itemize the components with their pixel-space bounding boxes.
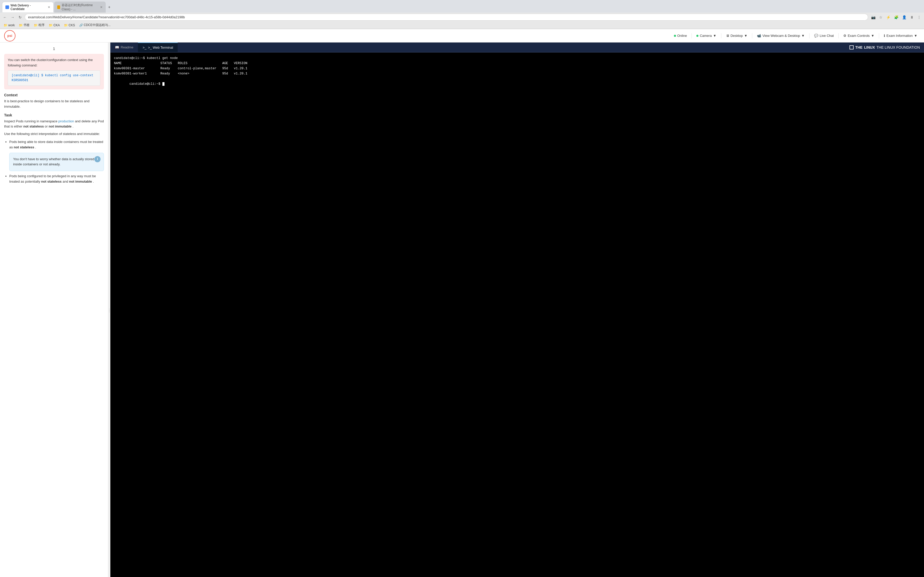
context-text: It is best-practice to design containers… bbox=[4, 99, 104, 110]
question-number: 1 bbox=[4, 47, 104, 51]
lightning-btn[interactable]: ⚡ bbox=[885, 14, 892, 20]
nav-camera[interactable]: Camera ▼ bbox=[694, 32, 719, 39]
tab-bar: Web Delivery - Candidate ✕ 容器运行时类(Runtim… bbox=[0, 0, 924, 13]
task-text-before: Inspect Pods running in namespace bbox=[4, 119, 58, 123]
pause-btn[interactable]: ⏸ bbox=[909, 14, 915, 20]
webcam-dropdown-icon: ▼ bbox=[801, 34, 804, 38]
examcontrols-dropdown-icon: ▼ bbox=[871, 34, 874, 38]
desktop-icon: 🖥 bbox=[726, 34, 729, 38]
reload-button[interactable]: ↻ bbox=[18, 14, 23, 20]
chat-icon: 💬 bbox=[814, 34, 818, 38]
screenshare-btn[interactable]: 📷 bbox=[870, 14, 877, 20]
nav-webcam[interactable]: 📹 View Webcam & Desktop ▼ bbox=[754, 32, 807, 39]
task-or: or bbox=[45, 124, 48, 128]
tab-close-2[interactable]: ✕ bbox=[100, 5, 103, 9]
menu-btn[interactable]: ⋮ bbox=[916, 14, 922, 20]
psi-logo: psi bbox=[4, 30, 16, 42]
bookmark-work[interactable]: 📁 work bbox=[2, 23, 16, 27]
examinfo-dropdown-icon: ▼ bbox=[914, 34, 917, 38]
app-header: psi Online Camera ▼ 🖥 Desktop ▼ 📹 View W… bbox=[0, 29, 924, 42]
back-button[interactable]: ← bbox=[2, 14, 8, 20]
address-bar: ← → ↻ 📷 ☆ ⚡ 🧩 👤 ⏸ ⋮ bbox=[0, 13, 924, 22]
tab-webterminal[interactable]: >_ >_ Web Terminal bbox=[138, 42, 178, 52]
terminal-line-4: ksmv00301-worker1 Ready <none> 95d v1.20… bbox=[114, 71, 921, 76]
lf-foundation: THE LINUX FOUNDATION bbox=[876, 45, 920, 50]
namespace-link[interactable]: production bbox=[58, 119, 74, 123]
bookmark-chengxu[interactable]: 📁 程序 bbox=[32, 23, 46, 28]
new-tab-button[interactable]: + bbox=[106, 4, 112, 10]
camera-status-dot bbox=[696, 35, 698, 37]
bullet1-after: . bbox=[35, 145, 36, 149]
tab-inactive[interactable]: 容器运行时类(Runtime Class) - ... ✕ bbox=[54, 2, 106, 13]
tab-close-1[interactable]: ✕ bbox=[48, 5, 50, 9]
right-panel: 📖 Readme >_ >_ Web Terminal THE LINUX TH… bbox=[110, 42, 924, 577]
profile-btn[interactable]: 👤 bbox=[901, 14, 908, 20]
bookmark-folder-icon-2: 📁 bbox=[19, 23, 23, 27]
bookmark-cks[interactable]: 📁 CKS bbox=[62, 23, 77, 27]
bookmarks-bar: 📁 work 📁 书签 📁 程序 📁 CKA 📁 CKS 🔗 CDCE中国远程与… bbox=[0, 22, 924, 29]
tab-readme[interactable]: 📖 Readme bbox=[110, 43, 138, 52]
bookmark-cdce[interactable]: 🔗 CDCE中国远程与... bbox=[78, 23, 112, 28]
terminal-line-3: ksmv00301-master Ready control-plane,mas… bbox=[114, 66, 921, 71]
bookmark-folder-icon-5: 📁 bbox=[64, 23, 68, 27]
bullet2-bold1: not stateless bbox=[41, 179, 61, 184]
nav-examinfo-label: Exam Information bbox=[886, 34, 913, 38]
terminal-cursor bbox=[162, 82, 165, 86]
bookmark-cka-label: CKA bbox=[53, 23, 60, 27]
nav-livechat-label: Live Chat bbox=[820, 34, 834, 38]
code-block: [candidate@cli] $ kubectl config use-con… bbox=[8, 70, 100, 86]
bookmark-shujian[interactable]: 📁 书签 bbox=[17, 23, 31, 28]
tab-favicon-2 bbox=[57, 5, 60, 9]
linux-foundation-header: THE LINUX THE LINUX FOUNDATION bbox=[850, 45, 924, 50]
bookmark-link-icon: 🔗 bbox=[79, 23, 83, 27]
nav-online[interactable]: Online bbox=[671, 32, 690, 39]
online-status-dot bbox=[674, 35, 676, 37]
terminal-line-1: candidate@cli:~$ kubectl get node bbox=[114, 56, 921, 61]
nav-online-label: Online bbox=[677, 34, 687, 38]
nav-examcontrols[interactable]: ⚙ Exam Controls ▼ bbox=[841, 32, 877, 39]
bullet2-and: and bbox=[63, 179, 69, 184]
strict-interp-text: Use the following strict interpretation … bbox=[4, 131, 104, 137]
terminal-content[interactable]: candidate@cli:~$ kubectl get node NAME S… bbox=[110, 53, 924, 577]
bookmark-cka[interactable]: 📁 CKA bbox=[47, 23, 61, 27]
star-btn[interactable]: ☆ bbox=[878, 14, 884, 20]
panel-divider[interactable]: ⋮ bbox=[108, 42, 110, 577]
linux-foundation-logo: THE LINUX THE LINUX FOUNDATION bbox=[850, 45, 920, 50]
nav-examcontrols-label: Exam Controls bbox=[848, 34, 870, 38]
browser-chrome: Web Delivery - Candidate ✕ 容器运行时类(Runtim… bbox=[0, 0, 924, 29]
bullet2-period: . bbox=[93, 179, 94, 184]
nav-webcam-label: View Webcam & Desktop bbox=[762, 34, 800, 38]
left-panel: 1 You can switch the cluster/configurati… bbox=[0, 42, 108, 577]
terminal-tabs: 📖 Readme >_ >_ Web Terminal THE LINUX TH… bbox=[110, 42, 924, 53]
bookmark-cdce-label: CDCE中国远程与... bbox=[84, 23, 111, 27]
header-sep-6 bbox=[879, 33, 879, 39]
task-bold1: not stateless bbox=[23, 124, 44, 128]
address-input[interactable] bbox=[25, 14, 868, 21]
nav-desktop-label: Desktop bbox=[731, 34, 743, 38]
bookmark-folder-icon: 📁 bbox=[3, 23, 8, 27]
desktop-dropdown-icon: ▼ bbox=[744, 34, 747, 38]
tab-label-2: 容器运行时类(Runtime Class) - ... bbox=[61, 3, 97, 11]
bullet-item-1: Pods being able to store data inside con… bbox=[9, 139, 104, 171]
bookmark-folder-icon-3: 📁 bbox=[34, 23, 38, 27]
tab-webterminal-label: >_ Web Terminal bbox=[148, 45, 173, 50]
code-content: [candidate@cli] $ kubectl config use-con… bbox=[11, 74, 93, 82]
bookmark-work-label: work bbox=[8, 23, 15, 27]
nav-desktop[interactable]: 🖥 Desktop ▼ bbox=[724, 32, 750, 39]
nav-livechat[interactable]: 💬 Live Chat bbox=[812, 32, 836, 39]
info-box-text: You don't have to worry whether data is … bbox=[13, 157, 94, 166]
tab-active[interactable]: Web Delivery - Candidate ✕ bbox=[2, 2, 53, 12]
header-sep-5 bbox=[838, 33, 839, 39]
nav-examinfo[interactable]: ℹ Exam Information ▼ bbox=[881, 32, 920, 39]
bookmark-folder-icon-4: 📁 bbox=[49, 23, 53, 27]
extensions-btn[interactable]: 🧩 bbox=[893, 14, 900, 20]
forward-button[interactable]: → bbox=[10, 14, 16, 20]
bullet-list: Pods being able to store data inside con… bbox=[4, 139, 104, 184]
controls-icon: ⚙ bbox=[843, 34, 846, 38]
info-box: You don't have to worry whether data is … bbox=[9, 153, 104, 171]
task-title: Task bbox=[4, 113, 104, 117]
bookmark-shujian-label: 书签 bbox=[23, 23, 30, 27]
bookmark-chengxu-label: 程序 bbox=[39, 23, 45, 27]
bookmark-cks-label: CKS bbox=[69, 23, 75, 27]
task-bold2: not immutable bbox=[49, 124, 72, 128]
